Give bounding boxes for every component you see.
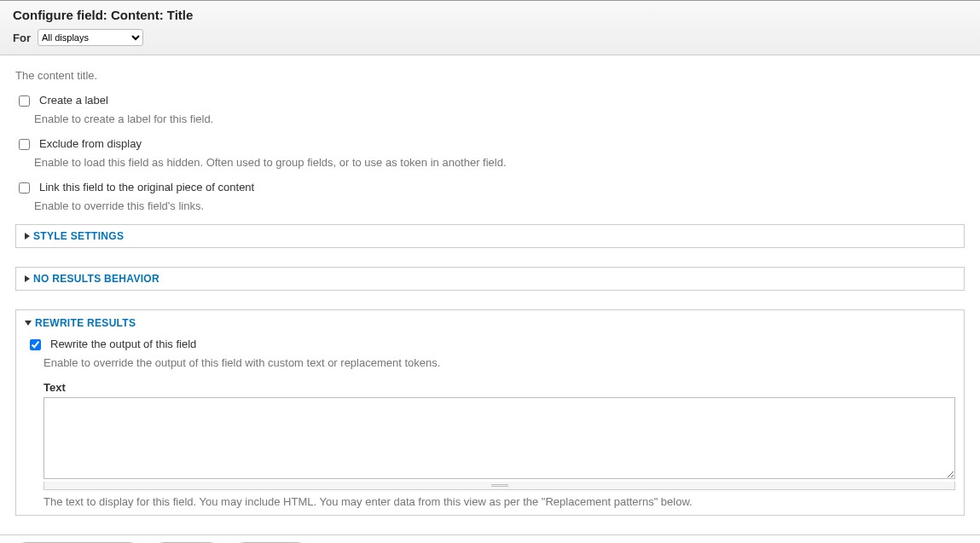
rewrite-text-help: The text to display for this field. You … <box>43 495 955 508</box>
exclude-desc: Enable to load this field as hidden. Oft… <box>34 156 965 169</box>
rewrite-results-title: REWRITE RESULTS <box>35 317 136 329</box>
rewrite-output-checkbox[interactable] <box>30 339 41 350</box>
style-settings-toggle[interactable]: STYLE SETTINGS <box>25 230 955 242</box>
rewrite-results-section: REWRITE RESULTS Rewrite the output of th… <box>15 309 965 516</box>
no-results-title: NO RESULTS BEHAVIOR <box>33 273 159 285</box>
link-original-text: Link this field to the original piece of… <box>39 181 254 194</box>
create-label-text: Create a label <box>39 94 108 107</box>
textarea-resize-handle[interactable] <box>43 482 955 490</box>
for-label: For <box>13 32 31 44</box>
dialog-title: Configure field: Content: Title <box>13 8 967 22</box>
rewrite-text-textarea[interactable] <box>43 397 955 479</box>
style-settings-title: STYLE SETTINGS <box>33 230 124 242</box>
exclude-row: Exclude from display <box>15 137 965 153</box>
style-settings-section: STYLE SETTINGS <box>15 224 965 248</box>
chevron-right-icon <box>25 275 30 282</box>
no-results-section: NO RESULTS BEHAVIOR <box>15 267 965 291</box>
no-results-toggle[interactable]: NO RESULTS BEHAVIOR <box>25 273 955 285</box>
rewrite-text-block: Text <box>43 381 955 490</box>
link-original-desc: Enable to override this field's links. <box>34 199 965 212</box>
create-label-row: Create a label <box>15 94 965 109</box>
rewrite-output-label: Rewrite the output of this field <box>50 338 196 350</box>
link-original-row: Link this field to the original piece of… <box>15 181 965 196</box>
for-select[interactable]: All displays <box>38 29 143 46</box>
exclude-checkbox[interactable] <box>19 139 30 150</box>
chevron-down-icon <box>25 321 32 326</box>
dialog: Configure field: Content: Title For All … <box>0 0 980 543</box>
create-label-checkbox[interactable] <box>19 95 30 107</box>
dialog-footer: Apply (all displays) Cancel Remove <box>0 534 980 543</box>
rewrite-text-label: Text <box>43 381 955 394</box>
dialog-header: Configure field: Content: Title For All … <box>0 1 980 55</box>
chevron-right-icon <box>25 233 30 240</box>
rewrite-output-row: Rewrite the output of this field <box>26 338 955 353</box>
link-original-checkbox[interactable] <box>19 182 30 194</box>
dialog-body: The content title. Create a label Enable… <box>0 55 980 516</box>
rewrite-output-desc: Enable to override the output of this fi… <box>43 356 955 369</box>
rewrite-results-content: Rewrite the output of this field Enable … <box>25 338 955 508</box>
field-description: The content title. <box>15 69 965 82</box>
exclude-text: Exclude from display <box>39 137 142 150</box>
for-row: For All displays <box>13 29 967 46</box>
rewrite-results-toggle[interactable]: REWRITE RESULTS <box>25 317 955 329</box>
create-label-desc: Enable to create a label for this field. <box>34 113 965 125</box>
